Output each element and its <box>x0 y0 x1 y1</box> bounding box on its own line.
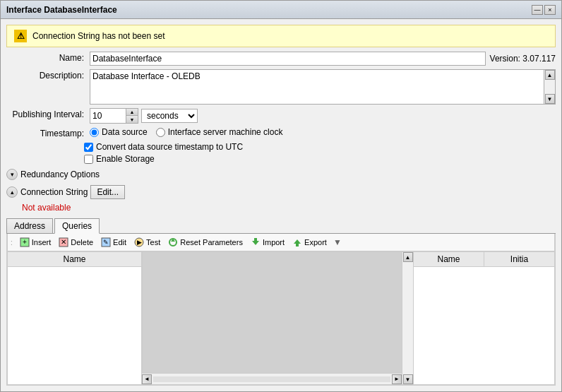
delete-label: Delete <box>71 238 93 247</box>
toolbar-overflow[interactable]: ▼ <box>333 237 342 247</box>
insert-icon: + <box>19 237 30 248</box>
radio-data-source: Data source <box>90 127 148 137</box>
table-left-header: Name <box>8 252 141 267</box>
title-bar: Interface DatabaseInterface — × <box>1 1 561 19</box>
redundancy-collapse-btn[interactable]: ▾ <box>6 169 18 180</box>
right-col-name: Name <box>414 252 484 266</box>
vertical-scrollbar[interactable]: ▲ ▼ <box>402 252 413 384</box>
scroll-down-table-btn[interactable]: ▼ <box>403 374 413 384</box>
description-scrollbar: ▲ ▼ <box>544 69 556 105</box>
edit-label: Edit <box>113 238 126 247</box>
scroll-right-btn[interactable]: ► <box>392 374 402 384</box>
checkbox-group: Convert data source timestamp to UTC Ena… <box>84 142 556 164</box>
radio-server-clock: Interface server machine clock <box>156 127 283 137</box>
delete-icon: ✕ <box>58 237 69 248</box>
scroll-up-btn[interactable]: ▲ <box>545 70 555 80</box>
radio-data-source-label: Data source <box>102 127 148 137</box>
table-right: Name Initia <box>413 252 554 384</box>
description-label: Description: <box>6 69 84 81</box>
warning-icon: ⚠ <box>14 30 27 42</box>
queries-panel: : + Insert ✕ Delete <box>6 234 556 386</box>
export-button[interactable]: Export <box>289 236 329 249</box>
radio-data-source-input[interactable] <box>90 128 99 137</box>
svg-text:+: + <box>23 238 27 246</box>
test-label: Test <box>146 238 160 247</box>
right-col-initia: Initia <box>484 252 554 266</box>
queries-toolbar: : + Insert ✕ Delete <box>7 234 555 251</box>
spinner-up[interactable]: ▲ <box>126 109 138 116</box>
delete-button[interactable]: ✕ Delete <box>56 236 95 249</box>
warning-banner: ⚠ Connection String has not been set <box>6 25 556 47</box>
reset-icon <box>167 237 179 248</box>
table-middle-body <box>142 252 402 373</box>
tab-queries[interactable]: Queries <box>54 218 100 234</box>
scroll-h-track <box>153 376 390 382</box>
table-middle: ◄ ► <box>142 252 402 384</box>
insert-label: Insert <box>32 238 52 247</box>
spinner-container: ▲ ▼ <box>90 108 138 124</box>
checkbox-storage-label: Enable Storage <box>96 154 155 164</box>
insert-button[interactable]: + Insert <box>17 236 54 249</box>
description-row: Description: Database Interface - OLEDB … <box>6 69 556 105</box>
tabs-container: Address Queries <box>6 218 556 234</box>
test-icon: ▶ <box>133 237 145 248</box>
scroll-up-table-btn[interactable]: ▲ <box>403 252 413 262</box>
connection-collapse-btn[interactable]: ▴ <box>6 186 18 198</box>
reset-label: Reset Parameters <box>180 238 243 247</box>
close-button[interactable]: × <box>544 5 556 15</box>
table-right-body[interactable] <box>414 267 554 384</box>
description-container: Database Interface - OLEDB ▲ ▼ <box>90 69 556 105</box>
checkbox-storage-item: Enable Storage <box>84 154 556 164</box>
import-icon <box>250 237 261 248</box>
connection-label: Connection String <box>20 187 88 197</box>
publishing-input[interactable] <box>90 109 126 123</box>
export-label: Export <box>304 238 327 247</box>
name-input[interactable] <box>90 52 486 66</box>
scroll-down-btn[interactable]: ▼ <box>545 94 555 104</box>
name-label: Name: <box>6 52 84 63</box>
publishing-row: Publishing Interval: ▲ ▼ seconds minutes… <box>6 108 556 124</box>
content-area: ⚠ Connection String has not been set Nam… <box>1 19 561 391</box>
checkbox-utc-item: Convert data source timestamp to UTC <box>84 142 556 152</box>
svg-text:✎: ✎ <box>103 239 109 246</box>
test-button[interactable]: ▶ Test <box>131 236 162 249</box>
svg-text:▶: ▶ <box>137 239 142 246</box>
warning-text: Connection String has not been set <box>32 31 165 41</box>
spinner-down[interactable]: ▼ <box>126 116 138 123</box>
edit-button[interactable]: ✎ Edit <box>98 236 128 249</box>
checkbox-storage[interactable] <box>84 155 93 164</box>
edit-connection-button[interactable]: Edit... <box>90 185 125 199</box>
scroll-left-btn[interactable]: ◄ <box>142 374 152 384</box>
import-button[interactable]: Import <box>248 236 287 249</box>
reset-button[interactable]: Reset Parameters <box>165 236 245 249</box>
window-title: Interface DatabaseInterface <box>6 5 117 15</box>
interval-controls: ▲ ▼ seconds minutes hours <box>90 108 198 124</box>
timestamp-radio-group: Data source Interface server machine clo… <box>90 127 282 137</box>
connection-section: ▴ Connection String Edit... <box>6 185 556 199</box>
name-field-container: Version: 3.07.117 <box>90 52 556 66</box>
horizontal-scrollbar[interactable]: ◄ ► <box>142 373 402 384</box>
export-icon <box>292 237 303 248</box>
radio-server-clock-input[interactable] <box>156 128 165 137</box>
publishing-unit-select[interactable]: seconds minutes hours <box>141 109 198 123</box>
main-window: Interface DatabaseInterface — × ⚠ Connec… <box>0 0 562 392</box>
import-label: Import <box>263 238 285 247</box>
window-controls: — × <box>532 5 556 15</box>
description-input[interactable]: Database Interface - OLEDB <box>90 69 544 105</box>
not-available-text: Not available <box>6 203 556 213</box>
checkbox-utc[interactable] <box>84 143 93 152</box>
svg-rect-11 <box>254 238 257 242</box>
toolbar-handle: : <box>11 239 13 247</box>
table-left-body[interactable] <box>8 267 141 384</box>
publishing-label: Publishing Interval: <box>6 108 84 119</box>
redundancy-section: ▾ Redundancy Options <box>6 169 556 180</box>
name-row: Name: Version: 3.07.117 <box>6 52 556 66</box>
timestamp-row: Timestamp: Data source Interface server … <box>6 127 556 138</box>
pin-button[interactable]: — <box>532 5 543 15</box>
version-text: Version: 3.07.117 <box>490 54 556 64</box>
spinner-buttons: ▲ ▼ <box>126 109 138 123</box>
tab-address[interactable]: Address <box>6 218 53 233</box>
svg-rect-13 <box>296 243 299 247</box>
redundancy-label: Redundancy Options <box>20 170 100 179</box>
table-right-headers: Name Initia <box>414 252 554 267</box>
